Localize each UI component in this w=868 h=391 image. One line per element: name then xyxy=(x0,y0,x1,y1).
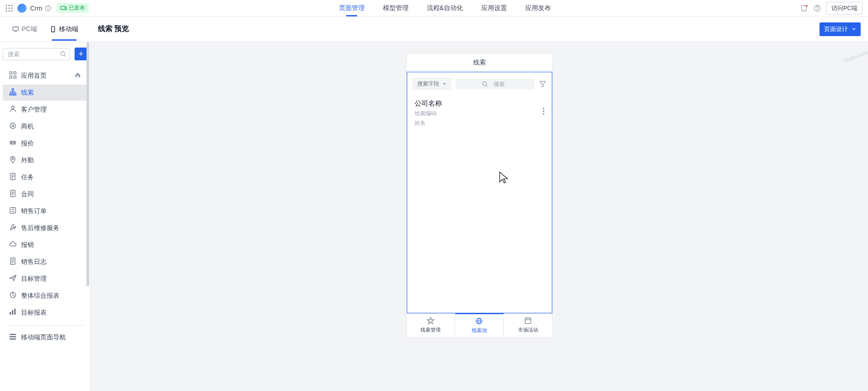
nav-app-publish[interactable]: 应用发布 xyxy=(523,0,553,16)
field-select[interactable]: 搜索字段 xyxy=(413,78,451,90)
svg-point-8 xyxy=(11,10,13,11)
sidebar-item-label: 商机 xyxy=(21,123,34,131)
target-icon xyxy=(9,122,16,131)
more-icon[interactable] xyxy=(543,99,545,117)
svg-point-21 xyxy=(61,52,65,56)
status-badge-label: 已发布 xyxy=(69,4,85,12)
mobile-search[interactable] xyxy=(456,79,534,90)
sidebar-item-4[interactable]: 报价 xyxy=(3,135,87,151)
svg-rect-57 xyxy=(12,310,13,315)
wrench-icon xyxy=(9,224,16,232)
svg-rect-47 xyxy=(10,208,16,213)
sidebar-item-13[interactable]: 整体综合报表 xyxy=(3,288,87,304)
sidebar-item-7[interactable]: 合同 xyxy=(3,186,87,202)
svg-point-38 xyxy=(12,158,14,160)
svg-point-62 xyxy=(482,81,486,86)
sidebar-item-1[interactable]: 线索 xyxy=(3,85,87,101)
apps-menu-icon[interactable] xyxy=(5,5,13,12)
svg-point-32 xyxy=(10,123,16,129)
sidebar-item-14[interactable]: 目标报表 xyxy=(3,305,87,321)
list-item[interactable]: 公司名称 线索编码 姓名 xyxy=(407,96,552,133)
svg-rect-58 xyxy=(14,309,16,315)
info-icon[interactable] xyxy=(45,5,51,11)
sidebar-item-label: 应用首页 xyxy=(21,72,47,80)
card-sub-2: 姓名 xyxy=(415,119,442,127)
svg-rect-30 xyxy=(14,94,16,95)
sidebar-item-0[interactable]: 应用首页 xyxy=(3,68,87,84)
sidebar-item-6[interactable]: 任务 xyxy=(3,169,87,185)
sidebar-item-label: 任务 xyxy=(21,173,34,182)
sidebar-item-label: 报价 xyxy=(21,139,34,148)
sidebar-item-9[interactable]: 售后维修服务 xyxy=(3,220,87,236)
nav-model-manage[interactable]: 模型管理 xyxy=(381,0,410,16)
add-button[interactable]: + xyxy=(75,48,87,60)
sidebar-item-label: 售后维修服务 xyxy=(21,224,59,232)
page-title: 线索 预览 xyxy=(98,24,129,34)
svg-point-65 xyxy=(543,111,544,112)
svg-point-14 xyxy=(806,5,808,7)
svg-point-66 xyxy=(543,113,544,115)
bottom-nav-2[interactable]: 市场活动 xyxy=(504,314,552,337)
sidebar-item-10[interactable]: 报销 xyxy=(3,237,87,253)
sidebar-item-3[interactable]: 商机 xyxy=(3,118,87,134)
globe-icon xyxy=(475,317,483,326)
sidebar-item-11[interactable]: 销售日志 xyxy=(3,254,87,270)
svg-point-33 xyxy=(12,125,14,127)
send-icon xyxy=(9,274,16,283)
help-icon[interactable] xyxy=(814,5,821,12)
status-badge: 已发布 xyxy=(57,3,89,13)
sidebar-footer-label: 移动端页面导航 xyxy=(21,333,66,342)
sidebar-item-label: 目标报表 xyxy=(21,309,47,317)
sidebar-item-label: 整体综合报表 xyxy=(21,292,59,300)
sidebar-footer[interactable]: 移动端页面导航 xyxy=(3,329,87,345)
tag-icon xyxy=(9,139,16,148)
sidebar-item-5[interactable]: 外勤 xyxy=(3,152,87,168)
mobile-frame: 线索 搜索字段 公司名称 xyxy=(406,53,553,338)
nav-app-settings[interactable]: 应用设置 xyxy=(480,0,509,16)
bottom-nav-1[interactable]: 线索池 xyxy=(455,313,504,337)
sidebar-item-12[interactable]: 目标管理 xyxy=(3,271,87,287)
tab-mobile-label: 移动端 xyxy=(59,25,78,33)
svg-line-22 xyxy=(65,55,66,57)
svg-rect-24 xyxy=(14,72,16,74)
bottom-nav-0[interactable]: 线索管理 xyxy=(407,314,455,337)
svg-rect-27 xyxy=(12,89,14,90)
mobile-search-input[interactable] xyxy=(490,81,508,87)
card-title: 公司名称 xyxy=(415,99,442,108)
svg-point-31 xyxy=(11,106,14,109)
svg-rect-26 xyxy=(14,76,16,78)
filter-icon[interactable] xyxy=(539,80,546,88)
svg-rect-61 xyxy=(10,338,16,340)
svg-point-2 xyxy=(11,5,13,6)
svg-line-63 xyxy=(486,85,487,86)
notification-icon[interactable] xyxy=(801,5,808,12)
sidebar-item-label: 目标管理 xyxy=(21,275,47,283)
star-icon xyxy=(426,316,435,326)
svg-rect-60 xyxy=(10,336,16,337)
svg-rect-23 xyxy=(10,72,12,74)
svg-point-1 xyxy=(9,5,10,6)
sidebar-item-label: 销售订单 xyxy=(21,207,47,215)
tab-mobile[interactable]: 移动端 xyxy=(43,18,85,41)
tab-pc[interactable]: PC端 xyxy=(6,18,43,41)
scrollbar-thumb[interactable] xyxy=(86,42,89,286)
user-icon xyxy=(9,105,16,114)
page-design-button[interactable]: 页面设计 xyxy=(819,22,861,36)
home-icon[interactable] xyxy=(75,72,81,80)
sidebar-item-label: 合同 xyxy=(21,190,34,198)
nav-workflow[interactable]: 流程&自动化 xyxy=(425,0,465,16)
nav-page-manage[interactable]: 页面管理 xyxy=(337,0,367,16)
doc-icon xyxy=(9,257,16,266)
doc-icon xyxy=(9,190,16,198)
sidebar-item-8[interactable]: 销售订单 xyxy=(3,203,87,219)
svg-point-4 xyxy=(9,7,10,9)
sidebar-item-2[interactable]: 客户管理 xyxy=(3,102,87,118)
visit-pc-button[interactable]: 访问PC端 xyxy=(826,2,863,15)
card-sub-1: 线索编码 xyxy=(415,110,442,118)
calendar-icon xyxy=(524,316,532,326)
bottom-nav-label: 市场活动 xyxy=(518,327,538,333)
app-logo xyxy=(17,4,27,13)
list-icon xyxy=(9,207,16,215)
svg-rect-13 xyxy=(802,5,806,11)
svg-point-6 xyxy=(6,10,7,11)
